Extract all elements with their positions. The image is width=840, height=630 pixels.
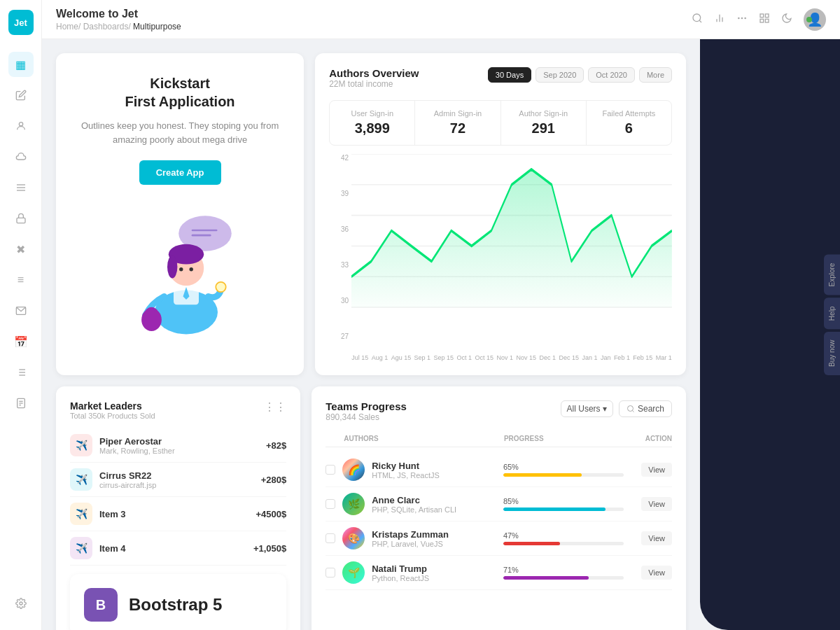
team-member-skills: PHP, SQLite, Artisan CLI: [372, 505, 456, 514]
theme-icon[interactable]: [781, 13, 792, 27]
list-item: ✈️ Cirrus SR22 cirrus-aircraft.jsp +280$: [70, 463, 286, 497]
th-authors: AUTHORS: [344, 435, 504, 442]
kickstart-subtitle: Outlines keep you honest. They stoping y…: [73, 119, 287, 146]
sidebar-item-cloud[interactable]: [8, 144, 34, 169]
authors-overview-card: Authors Overview 22M total income 30 Day…: [315, 53, 686, 375]
svg-point-41: [190, 267, 193, 271]
team-member-info: 🌈 Ricky Hunt HTML, JS, ReactJS: [342, 458, 503, 481]
sidebar-item-list[interactable]: [8, 175, 34, 200]
market-item-value: +4500$: [255, 509, 286, 519]
svg-line-51: [632, 410, 634, 412]
grid-settings-icon[interactable]: [736, 13, 748, 27]
right-panel: Explore Help Buy now: [700, 0, 840, 630]
chart-x-labels: Jul 15 Aug 1 Agu 15 Sep 1 Sep 15 Oct 1 O…: [351, 354, 672, 361]
progress-pct: 65%: [503, 463, 624, 471]
row-checkbox[interactable]: [326, 533, 335, 543]
tab-more[interactable]: More: [639, 67, 672, 83]
sidebar-item-document[interactable]: [8, 391, 34, 416]
sidebar-item-menu[interactable]: ≡: [8, 267, 34, 293]
sidebar-logo[interactable]: Jet: [8, 10, 34, 35]
list-item: ✈️ Item 4 +1,050$: [70, 531, 286, 566]
market-item-name: Item 3: [99, 509, 126, 519]
stat-failed-attempts-label: Failed Attempts: [598, 109, 660, 118]
teams-search-input[interactable]: Search: [619, 400, 672, 417]
tab-oct2020[interactable]: Oct 2020: [588, 67, 635, 83]
line-chart: [351, 154, 672, 340]
teams-table-header: AUTHORS PROGRESS ACTION: [326, 430, 672, 447]
sidebar-item-user[interactable]: [8, 113, 34, 139]
market-item-meta: Mark, Rowling, Esther: [99, 447, 175, 455]
grid-icon[interactable]: [759, 13, 770, 27]
team-member-info: 🎨 Kristaps Zumman PHP, Laravel, VueJS: [342, 527, 503, 550]
online-indicator: [806, 17, 812, 22]
sidebar-item-calendar[interactable]: 📅: [8, 329, 34, 354]
svg-point-0: [19, 122, 22, 126]
team-action: View: [624, 463, 672, 477]
sidebar-item-dashboard[interactable]: ▦: [8, 52, 34, 77]
teams-progress-title: Teams Progress: [326, 400, 407, 412]
svg-point-16: [20, 602, 22, 605]
team-progress-bar-wrap: 47%: [503, 531, 624, 545]
team-member-skills: HTML, JS, ReactJS: [372, 471, 440, 479]
sidebar-item-settings[interactable]: [8, 591, 34, 616]
team-progress-bar-wrap: 71%: [503, 566, 624, 580]
stat-admin-signin-label: Admin Sign-in: [426, 109, 489, 118]
team-avatar: 🌱: [342, 561, 365, 584]
progress-bar: [503, 542, 624, 545]
search-icon[interactable]: [692, 13, 703, 27]
view-button[interactable]: View: [641, 463, 672, 477]
progress-fill: [503, 542, 560, 545]
header-actions: 👤: [692, 8, 826, 31]
svg-rect-25: [760, 14, 764, 18]
list-item: ✈️ Item 3 +4500$: [70, 497, 286, 531]
item3-logo: ✈️: [70, 503, 92, 525]
sidebar-item-inbox[interactable]: [8, 298, 34, 323]
row-checkbox[interactable]: [326, 568, 335, 578]
help-tab[interactable]: Help: [824, 298, 840, 329]
market-item-name: Item 4: [99, 543, 126, 554]
team-member-skills: Python, ReactJS: [372, 574, 429, 582]
all-users-select[interactable]: All Users ▾: [561, 400, 613, 417]
stat-author-signin: Author Sign-in 291: [501, 101, 587, 145]
piper-logo: ✈️: [70, 434, 92, 456]
progress-fill: [503, 507, 606, 511]
tab-30days[interactable]: 30 Days: [488, 67, 531, 83]
stat-user-signin-label: User Sign-in: [341, 109, 403, 118]
stat-admin-signin-value: 72: [426, 120, 489, 136]
stat-failed-attempts-value: 6: [598, 120, 660, 136]
kickstart-card: Kickstart First Application Outlines kee…: [56, 53, 304, 375]
row-checkbox[interactable]: [326, 465, 335, 475]
header: Welcome to Jet Home/ Dashboards/ Multipu…: [42, 0, 840, 39]
right-panel-tabs: Explore Help Buy now: [824, 255, 840, 376]
team-avatar: 🌿: [342, 493, 365, 515]
sidebar: Jet ▦ ✖ ≡ 📅: [0, 0, 42, 630]
sidebar-item-lock[interactable]: [8, 206, 34, 231]
chart-icon[interactable]: [714, 13, 725, 27]
svg-point-37: [167, 255, 177, 278]
chart-y-labels: 42 39 36 33 30 27: [329, 154, 349, 340]
bootstrap-icon: B: [84, 588, 118, 622]
svg-rect-26: [765, 14, 769, 18]
view-button[interactable]: View: [641, 566, 672, 580]
create-app-button[interactable]: Create App: [139, 160, 221, 185]
row-checkbox[interactable]: [326, 499, 335, 509]
market-more-icon[interactable]: ⋮⋮: [264, 400, 286, 414]
sidebar-item-close[interactable]: ✖: [8, 237, 34, 262]
buy-now-tab[interactable]: Buy now: [824, 332, 840, 375]
sidebar-item-edit[interactable]: [8, 83, 34, 108]
explore-tab[interactable]: Explore: [824, 255, 840, 295]
tab-sep2020[interactable]: Sep 2020: [536, 67, 584, 83]
progress-bar: [503, 507, 624, 511]
progress-pct: 71%: [503, 566, 624, 574]
team-member-name: Kristaps Zumman: [372, 529, 449, 540]
team-member-skills: PHP, Laravel, VueJS: [372, 540, 449, 548]
team-progress-bar-wrap: 85%: [503, 497, 624, 511]
progress-fill: [503, 473, 582, 477]
view-button[interactable]: View: [641, 497, 672, 511]
market-item-value: +280$: [261, 475, 287, 485]
team-row: 🎨 Kristaps Zumman PHP, Laravel, VueJS 47…: [326, 522, 672, 556]
view-button[interactable]: View: [641, 531, 672, 545]
progress-pct: 85%: [503, 497, 624, 505]
svg-point-39: [141, 309, 162, 331]
sidebar-item-tools[interactable]: [8, 360, 34, 385]
